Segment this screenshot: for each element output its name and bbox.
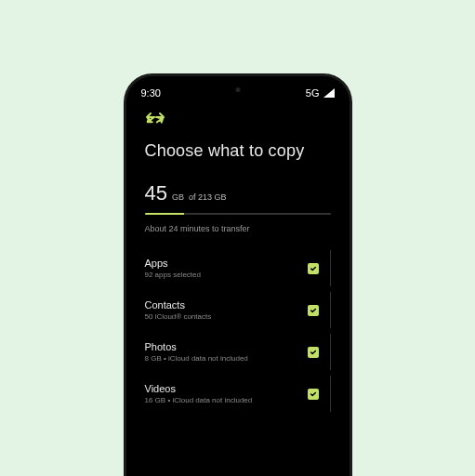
- network-label: 5G: [306, 87, 320, 99]
- transfer-arrows-icon: [145, 112, 331, 128]
- status-time: 9:30: [141, 87, 161, 99]
- progress-fill: [145, 213, 184, 215]
- item-subtitle: 8 GB • iCloud data not included: [145, 354, 308, 363]
- copy-item-apps[interactable]: Apps 92 apps selected: [145, 250, 331, 286]
- status-bar: 9:30 5G: [126, 76, 350, 104]
- checkbox-icon[interactable]: [308, 347, 319, 358]
- progress-bar: [145, 213, 331, 215]
- storage-used: 45: [145, 181, 167, 205]
- eta-label: About 24 minutes to transfer: [145, 224, 331, 233]
- item-title: Apps: [145, 258, 308, 269]
- phone-frame: 9:30 5G Choose what to copy 45 GB of 213…: [126, 76, 350, 476]
- checkbox-icon[interactable]: [308, 263, 319, 274]
- page-title: Choose what to copy: [145, 141, 331, 161]
- copy-item-photos[interactable]: Photos 8 GB • iCloud data not included: [145, 334, 331, 370]
- checkbox-icon[interactable]: [308, 305, 319, 316]
- storage-summary: 45 GB of 213 GB: [145, 181, 331, 205]
- screen-content: Choose what to copy 45 GB of 213 GB Abou…: [126, 104, 350, 412]
- item-title: Contacts: [145, 299, 308, 311]
- signal-icon: [323, 88, 335, 98]
- item-title: Videos: [145, 383, 308, 394]
- storage-total: of 213 GB: [189, 192, 227, 202]
- item-subtitle: 16 GB • iCloud data not included: [145, 396, 308, 404]
- item-title: Photos: [145, 341, 308, 352]
- storage-used-unit: GB: [172, 192, 184, 202]
- item-subtitle: 50 iCloud® contacts: [145, 312, 308, 321]
- checkbox-icon[interactable]: [308, 389, 319, 400]
- copy-item-videos[interactable]: Videos 16 GB • iCloud data not included: [145, 376, 331, 412]
- item-subtitle: 92 apps selected: [145, 271, 308, 279]
- copy-item-contacts[interactable]: Contacts 50 iCloud® contacts: [145, 292, 331, 328]
